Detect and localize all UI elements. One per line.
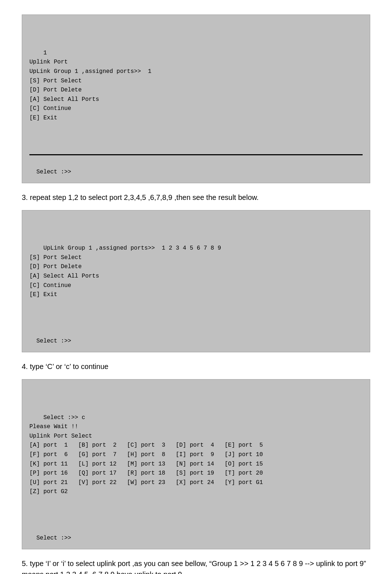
code-block-3: Select :>> c Please Wait !! Uplink Port … — [22, 379, 370, 549]
code-line: [S] Port Select — [29, 78, 82, 84]
step4-text: 4. type ‘C’ or ‘c’ to continue — [22, 361, 370, 372]
code-line: [D] Port Delete — [29, 263, 82, 270]
code-line: Select :>> c — [43, 414, 85, 421]
code-line: [F] port 6 [G] port 7 [H] port 8 [I] por… — [29, 451, 263, 458]
code-line: [S] Port Select — [29, 254, 82, 261]
code-line: [Z] port G2 — [29, 488, 68, 495]
code-line: [E] Exit — [29, 115, 57, 121]
code-line: [E] Exit — [29, 291, 57, 298]
code-line: Uplink Port — [29, 59, 68, 65]
code-line: [C] Continue — [29, 282, 71, 289]
code-line: [A] Select All Ports — [29, 273, 99, 279]
code-block-1-lines: 1 Uplink Port UpLink Group 1 ,assigned p… — [29, 39, 363, 132]
code-line: [P] port 16 [Q] port 17 [R] port 18 [S] … — [29, 470, 263, 476]
code-block-3-lines: Select :>> c Please Wait !! Uplink Port … — [29, 404, 363, 506]
code-line: [D] Port Delete — [29, 87, 82, 93]
code-block-1: 1 Uplink Port UpLink Group 1 ,assigned p… — [22, 15, 370, 183]
code-block-3-prompt: Select :>> — [36, 535, 71, 541]
code-line: [C] Continue — [29, 105, 71, 112]
code-block-2-prompt: Select :>> — [36, 338, 71, 344]
code-line: 1 — [43, 50, 47, 56]
code-line: Please Wait !! — [29, 423, 78, 430]
code-block-2: UpLink Group 1 ,assigned ports>> 1 2 3 4… — [22, 210, 370, 352]
code-line: [A] port 1 [B] port 2 [C] port 3 [D] por… — [29, 442, 263, 448]
code-block-divider — [29, 154, 363, 155]
step5-text: 5. type ‘I’ or ‘i’ to select uplink port… — [22, 558, 370, 574]
code-line: Uplink Port Select — [29, 433, 92, 439]
code-block-2-lines: UpLink Group 1 ,assigned ports>> 1 2 3 4… — [29, 235, 363, 309]
step3-text: 3. repeat step 1,2 to select port 2,3,4,… — [22, 192, 370, 203]
code-line: UpLink Group 1 ,assigned ports>> 1 2 3 4… — [43, 245, 221, 251]
code-line: [K] port 11 [L] port 12 [M] port 13 [N] … — [29, 461, 263, 467]
code-line: [U] port 21 [V] port 22 [W] port 23 [X] … — [29, 479, 263, 486]
code-line: [A] Select All Ports — [29, 96, 99, 103]
code-block-1-prompt: Select :>> — [36, 169, 71, 175]
code-line: UpLink Group 1 ,assigned ports>> 1 — [29, 68, 151, 75]
